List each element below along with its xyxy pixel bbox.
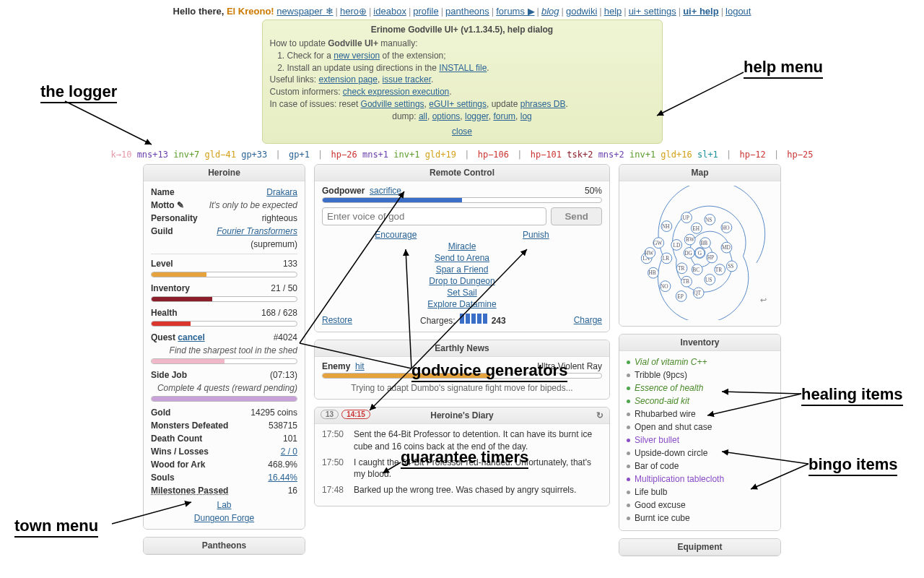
level-bar [151, 272, 297, 277]
inventory-item[interactable]: Rhubarbed wire [627, 407, 773, 420]
heroine-title: Heroine [144, 165, 305, 181]
health-bar [151, 321, 297, 327]
svg-text:LR: LR [663, 256, 670, 262]
send-button[interactable]: Send [551, 207, 602, 225]
wins-losses-link[interactable]: 2 / 0 [281, 447, 297, 457]
svg-text:NH: NH [662, 223, 670, 230]
punish-link[interactable]: Punish [523, 230, 549, 240]
souls-link[interactable]: 16.44% [268, 473, 297, 483]
svg-text:GW: GW [653, 240, 662, 246]
bullet-icon [627, 478, 630, 481]
nav-ui-settings[interactable]: ui+ settings [629, 6, 676, 17]
install-file-link[interactable]: INSTALL file [439, 63, 487, 73]
milestones-link[interactable]: Milestones Passed [151, 486, 228, 496]
svg-text:BW: BW [686, 237, 694, 243]
inventory-item[interactable]: Good excuse [627, 499, 773, 512]
svg-text:↩: ↩ [760, 296, 767, 305]
nav-ideabox[interactable]: ideabox [373, 6, 406, 17]
nav-hero-[interactable]: hero⊕ [340, 6, 367, 17]
encourage-link[interactable]: Encourage [375, 230, 417, 240]
datamine-link[interactable]: Explore Datamine [427, 299, 496, 309]
bullet-icon [627, 400, 630, 403]
sidejob-bar [151, 396, 297, 402]
anno-help-menu: help menu [744, 58, 823, 79]
help-dialog: Erinome Godville UI+ (v1.1.34.5), help d… [262, 20, 663, 144]
enemy-bar [322, 373, 602, 379]
pantheons-title: Pantheons [144, 538, 305, 554]
remote-control-panel: Remote Control Godpower sacrifice50% Sen… [314, 164, 610, 332]
spar-link[interactable]: Spar a Friend [436, 264, 489, 275]
nav-blog[interactable]: blog [541, 6, 559, 17]
inventory-item[interactable]: Upside-down circle [627, 447, 773, 460]
cancel-quest-link[interactable]: cancel [178, 332, 204, 342]
inventory-item[interactable]: Life bulb [627, 486, 773, 499]
nav-forums-[interactable]: forums ▶ [496, 6, 534, 17]
reset-egui-link[interactable]: eGUI+ settings [429, 99, 487, 109]
svg-text:UP: UP [683, 215, 689, 221]
reset-gv-link[interactable]: Godville settings [361, 99, 424, 109]
inventory-item[interactable]: Second-aid kit [627, 394, 773, 407]
nav-logout[interactable]: logout [725, 6, 751, 17]
inventory-item[interactable]: Silver bullet [627, 434, 773, 447]
logger-bar: k→10 mns+13 inv+7 gld−41 gp+33 | gp+1 | … [0, 148, 924, 164]
svg-text:LD: LD [674, 242, 681, 249]
nav-pantheons[interactable]: pantheons [445, 6, 489, 17]
dungeon-forge-link[interactable]: Dungeon Forge [194, 513, 254, 523]
nav-profile[interactable]: profile [413, 6, 438, 17]
svg-text:BC: BC [692, 267, 699, 273]
dungeon-link[interactable]: Drop to Dungeon [429, 276, 494, 286]
lab-link[interactable]: Lab [217, 500, 231, 510]
inventory-item[interactable]: Burnt ice cube [627, 512, 773, 525]
bullet-icon [627, 465, 630, 468]
svg-text:TR: TR [715, 267, 723, 273]
new-version-link[interactable]: new version [334, 51, 380, 61]
restore-link[interactable]: Restore [322, 315, 352, 325]
top-nav: Hello there, El Kreono! newspaper ❄|hero… [0, 0, 924, 20]
sail-link[interactable]: Set Sail [447, 288, 476, 298]
svg-text:TR: TR [678, 265, 685, 272]
inventory-item[interactable]: Tribble (9pcs) [627, 368, 773, 381]
arena-link[interactable]: Send to Arena [435, 253, 489, 263]
issue-tracker-link[interactable]: issue tracker [383, 74, 431, 85]
inventory-item[interactable]: Essence of health [627, 381, 773, 394]
check-expr-link[interactable]: check expression execution [343, 87, 449, 97]
hero-name-link[interactable]: Drakara [266, 187, 297, 197]
guild-link[interactable]: Fourier Transformers [217, 226, 297, 236]
reload-icon[interactable]: ↻ [596, 410, 603, 420]
nav-help[interactable]: help [604, 6, 622, 17]
voice-input[interactable] [322, 207, 546, 225]
inventory-item[interactable]: Open and shut case [627, 420, 773, 434]
extension-page-link[interactable]: extension page [319, 74, 378, 85]
svg-text:BB: BB [700, 240, 707, 246]
inventory-bar [151, 296, 297, 302]
diary-title: 13 14:15 Heroine's Diary ↻ [315, 407, 609, 424]
map-canvas[interactable]: G DG BB BW LD HP BC TR LR GW NH UP NS HO… [619, 181, 780, 326]
help-title: Erinome Godville UI+ (v1.1.34.5) [371, 25, 502, 35]
phrases-db-link[interactable]: phrases DB [520, 99, 566, 109]
svg-text:US: US [705, 277, 712, 283]
nav-godwiki[interactable]: godwiki [566, 6, 597, 17]
bullet-icon [627, 452, 630, 455]
inventory-item[interactable]: Multiplication tablecloth [627, 473, 773, 486]
bullet-icon [627, 517, 630, 520]
hit-link[interactable]: hit [355, 361, 365, 371]
miracle-link[interactable]: Miracle [448, 241, 476, 251]
nav-newspaper-[interactable]: newspaper ❄ [276, 6, 333, 17]
godpower-bar [322, 197, 602, 203]
diary-timer-pill: 14:15 [341, 410, 370, 419]
inventory-item[interactable]: Vial of vitamin C++ [627, 355, 773, 368]
svg-text:SS: SS [728, 264, 733, 270]
inventory-item[interactable]: Bar of code [627, 460, 773, 473]
charge-link[interactable]: Charge [574, 315, 602, 325]
bullet-icon [627, 387, 630, 390]
svg-text:HB: HB [648, 270, 655, 277]
close-help-link[interactable]: close [270, 126, 655, 138]
inventory-title: Inventory [619, 335, 780, 351]
username-label: El Kreono! [227, 6, 274, 17]
nav-ui-help[interactable]: ui+ help [683, 6, 718, 17]
sacrifice-link[interactable]: sacrifice [370, 186, 401, 196]
diary-panel: 13 14:15 Heroine's Diary ↻ 17:50Sent the… [314, 407, 610, 506]
diary-counter-pill: 13 [321, 410, 339, 419]
greeting-label: Hello there, [173, 6, 225, 17]
bullet-icon [627, 361, 630, 364]
